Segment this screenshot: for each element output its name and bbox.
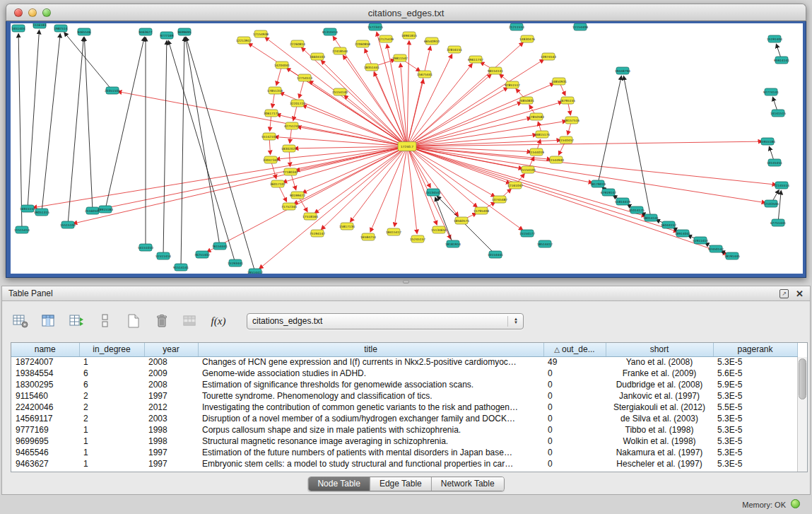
network-node[interactable]: 1516183 (33, 23, 46, 28)
network-node[interactable]: 18914041 (675, 230, 690, 237)
network-edge[interactable] (33, 146, 407, 208)
network-edge[interactable] (68, 37, 83, 225)
network-node[interactable]: 12213917 (236, 37, 252, 44)
table-row[interactable]: 946554611997Estimation of the future num… (11, 447, 797, 458)
network-edge[interactable] (163, 41, 167, 256)
create-column-icon[interactable] (67, 311, 87, 331)
network-node[interactable]: 59051315 (34, 209, 49, 216)
network-edge[interactable] (64, 33, 112, 90)
network-node[interactable]: 15675441 (417, 71, 433, 78)
network-node[interactable]: 21211514 (509, 23, 524, 30)
network-node[interactable]: 1651404 (11, 25, 25, 32)
network-node[interactable]: 90199472 (290, 192, 305, 199)
network-node[interactable]: 92774141 (763, 88, 779, 95)
close-window-button[interactable] (14, 8, 23, 17)
network-node[interactable]: 9699695 (177, 28, 191, 35)
network-node[interactable]: 16815174 (534, 131, 550, 138)
network-node[interactable]: 18560575 (454, 217, 469, 224)
network-node[interactable]: 15134541 (425, 189, 441, 196)
row-tools-icon[interactable] (95, 311, 115, 331)
network-node[interactable]: 66540910 (424, 37, 440, 45)
table-options-icon[interactable] (11, 311, 30, 331)
network-edge[interactable] (207, 146, 407, 252)
function-builder-icon[interactable]: f(x) (208, 311, 228, 331)
table-row[interactable]: 1456911722003Disruption of a novel membe… (11, 413, 797, 424)
network-node[interactable]: 98154141 (488, 67, 503, 74)
network-node[interactable]: 16584214 (360, 233, 376, 240)
show-columns-icon[interactable] (39, 311, 59, 331)
network-node[interactable]: 15795408 (473, 207, 489, 214)
network-node[interactable]: 22418544 (332, 47, 348, 54)
network-node[interactable]: 32816151 (447, 46, 462, 53)
network-node[interactable]: 18181914 (445, 240, 461, 247)
network-edge[interactable] (302, 47, 407, 146)
network-node[interactable]: 36017107 (270, 180, 286, 187)
network-node[interactable]: 17851318 (267, 87, 283, 94)
network-node[interactable]: 18514412 (537, 240, 553, 247)
network-node[interactable]: 12754513 (297, 74, 312, 81)
tab-edge-table[interactable]: Edge Table (370, 477, 431, 491)
network-node[interactable]: 16044152 (661, 221, 676, 228)
network-node[interactable]: 18351441 (364, 64, 379, 71)
network-node[interactable]: 33047342 (263, 156, 278, 163)
table-source-select[interactable]: citations_edges.txt ▲▼ (247, 313, 524, 329)
network-node[interactable]: 18415417 (386, 228, 401, 235)
network-node[interactable]: 74850831 (519, 97, 534, 104)
tab-node-table[interactable]: Node Table (308, 477, 370, 491)
network-node[interactable]: 12145514 (774, 182, 789, 189)
network-node[interactable]: 95914141 (774, 57, 789, 64)
column-header-year[interactable]: year (144, 343, 198, 356)
network-node[interactable]: 15955184 (760, 138, 775, 145)
network-edge[interactable] (407, 88, 507, 146)
network-node[interactable]: 22260814 (290, 40, 305, 47)
network-node[interactable]: 30617175 (264, 110, 279, 117)
network-node[interactable]: 76251402 (194, 251, 210, 258)
network-node[interactable]: 15154177 (519, 230, 535, 237)
network-node[interactable]: 10154441 (488, 251, 503, 258)
network-node[interactable]: 15245157 (410, 235, 425, 243)
network-node[interactable]: 75194147 (310, 230, 325, 237)
column-header-title[interactable]: title (198, 343, 543, 356)
network-node[interactable]: 18179019 (590, 180, 606, 187)
network-canvas[interactable]: 17240.7121549381221391722260814166041031… (11, 23, 803, 274)
network-edge[interactable] (370, 146, 407, 232)
table-row[interactable]: 2242004622012Investigating the contribut… (11, 402, 797, 413)
network-node[interactable]: 18191445 (724, 252, 740, 259)
network-edge[interactable] (42, 34, 60, 212)
network-edge[interactable] (394, 146, 407, 226)
network-edge[interactable] (407, 146, 726, 254)
network-node[interactable]: 19448794 (615, 67, 630, 74)
column-header-pagerank[interactable]: pagerank (713, 343, 797, 356)
network-hub-node[interactable]: 17240.7 (398, 142, 416, 151)
network-node[interactable]: 14141515 (770, 110, 786, 117)
network-node[interactable]: 54151010 (138, 244, 153, 251)
network-node[interactable]: 12154938 (253, 30, 269, 37)
tab-network-table[interactable]: Network Table (431, 477, 504, 491)
network-node[interactable]: 25154140 (332, 88, 348, 95)
network-node[interactable]: 51814419 (615, 198, 630, 205)
network-edge[interactable] (407, 146, 592, 182)
network-node[interactable]: 32201724 (290, 100, 305, 107)
minimize-window-button[interactable] (28, 8, 37, 17)
network-node[interactable]: 15515104 (60, 221, 76, 228)
network-node[interactable]: 20351501 (105, 87, 120, 94)
network-node[interactable]: 92450142 (708, 245, 724, 252)
network-node[interactable]: 11544940 (548, 156, 564, 163)
network-node[interactable]: 16795155 (560, 97, 575, 104)
delete-table-icon[interactable] (152, 311, 172, 331)
network-node[interactable]: 1987514 (54, 25, 67, 32)
network-node[interactable]: 16915151 (20, 205, 35, 212)
network-node[interactable]: 9465546 (77, 28, 90, 35)
network-node[interactable]: 12161047 (507, 182, 523, 189)
network-node[interactable]: 71752344 (281, 203, 297, 210)
network-node[interactable]: 91514141 (173, 264, 189, 271)
network-node[interactable]: 97851517 (505, 81, 520, 88)
network-node[interactable]: 15817134 (339, 223, 355, 230)
network-node[interactable]: 14830476 (519, 35, 535, 42)
network-node[interactable]: 19514417 (247, 269, 263, 274)
table-row[interactable]: 1938455462009Genome-wide association stu… (11, 368, 797, 379)
network-edge[interactable] (168, 41, 235, 263)
column-header-out_de[interactable]: △out_de... (543, 343, 606, 356)
column-header-short[interactable]: short (606, 343, 713, 356)
network-node[interactable]: 15154105 (520, 166, 536, 173)
